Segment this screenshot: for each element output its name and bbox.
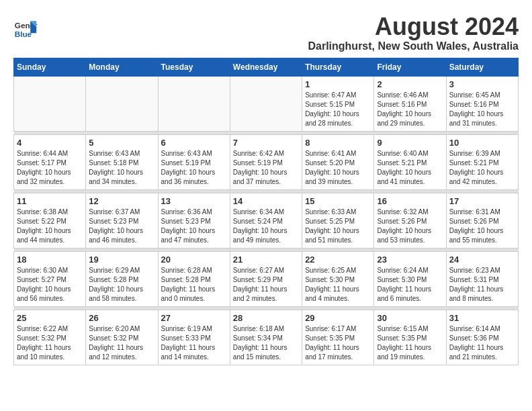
calendar-cell: 6Sunrise: 6:43 AMSunset: 5:19 PMDaylight… <box>158 134 230 189</box>
calendar-cell: 2Sunrise: 6:46 AMSunset: 5:16 PMDaylight… <box>374 76 446 131</box>
calendar-cell: 1Sunrise: 6:47 AMSunset: 5:15 PMDaylight… <box>302 76 374 131</box>
day-info: Sunrise: 6:40 AMSunset: 5:21 PMDaylight:… <box>377 149 443 187</box>
header-sunday: Sunday <box>14 58 86 76</box>
day-number: 6 <box>161 138 227 148</box>
week-row-3: 11Sunrise: 6:38 AMSunset: 5:22 PMDayligh… <box>14 193 519 248</box>
day-number: 10 <box>449 138 515 148</box>
calendar-header: SundayMondayTuesdayWednesdayThursdayFrid… <box>14 58 519 76</box>
page-header: General Blue August 2024 Darlinghurst, N… <box>13 13 519 52</box>
header-tuesday: Tuesday <box>158 58 230 76</box>
day-info: Sunrise: 6:37 AMSunset: 5:23 PMDaylight:… <box>89 208 154 245</box>
header-friday: Friday <box>374 58 446 76</box>
calendar-cell: 15Sunrise: 6:33 AMSunset: 5:25 PMDayligh… <box>302 193 374 248</box>
day-number: 23 <box>377 255 443 265</box>
calendar-cell: 12Sunrise: 6:37 AMSunset: 5:23 PMDayligh… <box>86 193 158 248</box>
day-info: Sunrise: 6:23 AMSunset: 5:31 PMDaylight:… <box>449 266 515 304</box>
day-info: Sunrise: 6:34 AMSunset: 5:24 PMDaylight:… <box>233 208 299 245</box>
day-info: Sunrise: 6:28 AMSunset: 5:28 PMDaylight:… <box>161 266 227 304</box>
day-number: 4 <box>17 138 83 148</box>
day-info: Sunrise: 6:41 AMSunset: 5:20 PMDaylight:… <box>305 149 371 187</box>
calendar-cell: 30Sunrise: 6:15 AMSunset: 5:35 PMDayligh… <box>374 310 446 365</box>
logo: General Blue <box>13 16 40 40</box>
day-number: 24 <box>449 255 515 265</box>
title-block: August 2024 Darlinghurst, New South Wale… <box>308 13 519 52</box>
week-row-4: 18Sunrise: 6:30 AMSunset: 5:27 PMDayligh… <box>14 251 519 306</box>
day-info: Sunrise: 6:30 AMSunset: 5:27 PMDaylight:… <box>17 266 83 304</box>
day-info: Sunrise: 6:43 AMSunset: 5:19 PMDaylight:… <box>161 149 227 187</box>
day-info: Sunrise: 6:24 AMSunset: 5:30 PMDaylight:… <box>377 266 443 304</box>
week-row-1: 1Sunrise: 6:47 AMSunset: 5:15 PMDaylight… <box>14 76 519 131</box>
calendar-cell: 26Sunrise: 6:20 AMSunset: 5:32 PMDayligh… <box>86 310 158 365</box>
calendar-cell: 18Sunrise: 6:30 AMSunset: 5:27 PMDayligh… <box>14 251 86 306</box>
day-info: Sunrise: 6:36 AMSunset: 5:23 PMDaylight:… <box>161 208 227 245</box>
day-number: 22 <box>305 255 371 265</box>
day-number: 31 <box>449 313 515 323</box>
day-info: Sunrise: 6:22 AMSunset: 5:32 PMDaylight:… <box>17 324 83 362</box>
day-number: 29 <box>305 313 371 323</box>
day-info: Sunrise: 6:47 AMSunset: 5:15 PMDaylight:… <box>305 91 371 128</box>
header-row: SundayMondayTuesdayWednesdayThursdayFrid… <box>14 58 519 76</box>
calendar-cell: 20Sunrise: 6:28 AMSunset: 5:28 PMDayligh… <box>158 251 230 306</box>
header-saturday: Saturday <box>446 58 518 76</box>
calendar-cell: 14Sunrise: 6:34 AMSunset: 5:24 PMDayligh… <box>230 193 302 248</box>
calendar-cell: 23Sunrise: 6:24 AMSunset: 5:30 PMDayligh… <box>374 251 446 306</box>
day-info: Sunrise: 6:25 AMSunset: 5:30 PMDaylight:… <box>305 266 371 304</box>
day-info: Sunrise: 6:15 AMSunset: 5:35 PMDaylight:… <box>377 324 443 362</box>
day-number: 30 <box>377 313 443 323</box>
week-row-5: 25Sunrise: 6:22 AMSunset: 5:32 PMDayligh… <box>14 310 519 365</box>
day-number: 11 <box>17 196 83 206</box>
day-info: Sunrise: 6:27 AMSunset: 5:29 PMDaylight:… <box>233 266 299 304</box>
day-info: Sunrise: 6:20 AMSunset: 5:32 PMDaylight:… <box>89 324 154 362</box>
day-info: Sunrise: 6:14 AMSunset: 5:36 PMDaylight:… <box>449 324 515 362</box>
calendar-cell: 29Sunrise: 6:17 AMSunset: 5:35 PMDayligh… <box>302 310 374 365</box>
calendar-cell <box>86 76 158 131</box>
calendar-cell <box>14 76 86 131</box>
calendar-cell: 21Sunrise: 6:27 AMSunset: 5:29 PMDayligh… <box>230 251 302 306</box>
day-info: Sunrise: 6:42 AMSunset: 5:19 PMDaylight:… <box>233 149 299 187</box>
logo-icon: General Blue <box>13 16 38 40</box>
day-number: 2 <box>377 79 443 89</box>
day-number: 25 <box>17 313 83 323</box>
calendar-cell: 3Sunrise: 6:45 AMSunset: 5:16 PMDaylight… <box>446 76 518 131</box>
day-number: 3 <box>449 79 515 89</box>
day-number: 21 <box>233 255 299 265</box>
day-number: 18 <box>17 255 83 265</box>
day-info: Sunrise: 6:29 AMSunset: 5:28 PMDaylight:… <box>89 266 154 304</box>
calendar-cell: 13Sunrise: 6:36 AMSunset: 5:23 PMDayligh… <box>158 193 230 248</box>
day-number: 14 <box>233 196 299 206</box>
day-number: 9 <box>377 138 443 148</box>
calendar-cell: 19Sunrise: 6:29 AMSunset: 5:28 PMDayligh… <box>86 251 158 306</box>
day-info: Sunrise: 6:19 AMSunset: 5:33 PMDaylight:… <box>161 324 227 362</box>
calendar-cell: 24Sunrise: 6:23 AMSunset: 5:31 PMDayligh… <box>446 251 518 306</box>
day-number: 5 <box>89 138 154 148</box>
calendar-cell: 17Sunrise: 6:31 AMSunset: 5:26 PMDayligh… <box>446 193 518 248</box>
day-info: Sunrise: 6:45 AMSunset: 5:16 PMDaylight:… <box>449 91 515 128</box>
calendar-cell <box>230 76 302 131</box>
header-thursday: Thursday <box>302 58 374 76</box>
calendar-cell: 4Sunrise: 6:44 AMSunset: 5:17 PMDaylight… <box>14 134 86 189</box>
day-number: 13 <box>161 196 227 206</box>
day-info: Sunrise: 6:46 AMSunset: 5:16 PMDaylight:… <box>377 91 443 128</box>
day-info: Sunrise: 6:18 AMSunset: 5:34 PMDaylight:… <box>233 324 299 362</box>
calendar-cell: 9Sunrise: 6:40 AMSunset: 5:21 PMDaylight… <box>374 134 446 189</box>
day-info: Sunrise: 6:31 AMSunset: 5:26 PMDaylight:… <box>449 208 515 245</box>
day-number: 27 <box>161 313 227 323</box>
calendar-cell: 5Sunrise: 6:43 AMSunset: 5:18 PMDaylight… <box>86 134 158 189</box>
day-info: Sunrise: 6:44 AMSunset: 5:17 PMDaylight:… <box>17 149 83 187</box>
day-number: 28 <box>233 313 299 323</box>
day-info: Sunrise: 6:33 AMSunset: 5:25 PMDaylight:… <box>305 208 371 245</box>
calendar-cell: 8Sunrise: 6:41 AMSunset: 5:20 PMDaylight… <box>302 134 374 189</box>
day-number: 1 <box>305 79 371 89</box>
day-info: Sunrise: 6:38 AMSunset: 5:22 PMDaylight:… <box>17 208 83 245</box>
calendar-cell: 10Sunrise: 6:39 AMSunset: 5:21 PMDayligh… <box>446 134 518 189</box>
day-number: 7 <box>233 138 299 148</box>
day-number: 12 <box>89 196 154 206</box>
calendar-cell <box>158 76 230 131</box>
day-info: Sunrise: 6:17 AMSunset: 5:35 PMDaylight:… <box>305 324 371 362</box>
calendar-cell: 7Sunrise: 6:42 AMSunset: 5:19 PMDaylight… <box>230 134 302 189</box>
week-row-2: 4Sunrise: 6:44 AMSunset: 5:17 PMDaylight… <box>14 134 519 189</box>
calendar-cell: 27Sunrise: 6:19 AMSunset: 5:33 PMDayligh… <box>158 310 230 365</box>
day-number: 16 <box>377 196 443 206</box>
calendar-cell: 28Sunrise: 6:18 AMSunset: 5:34 PMDayligh… <box>230 310 302 365</box>
calendar-cell: 22Sunrise: 6:25 AMSunset: 5:30 PMDayligh… <box>302 251 374 306</box>
